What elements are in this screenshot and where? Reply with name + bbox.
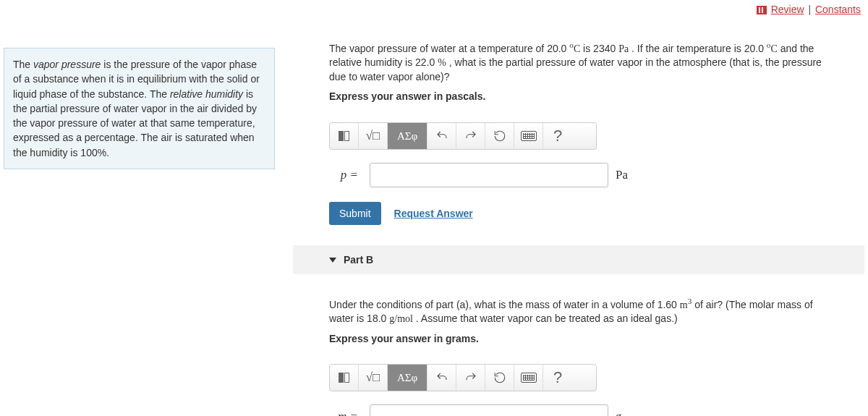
variable-label: m = (329, 409, 358, 416)
answer-input-a[interactable] (370, 163, 608, 187)
keyboard-icon[interactable] (514, 365, 543, 391)
redo-icon[interactable] (456, 123, 485, 149)
constants-link[interactable]: Constants (815, 4, 861, 15)
definition-text: The vapor pressure is the pressure of th… (13, 59, 260, 158)
equation-toolbar-b: √□ ΑΣφ ? (329, 364, 597, 391)
separator: | (808, 4, 811, 15)
root-icon[interactable]: √□ (359, 123, 388, 149)
redo-icon[interactable] (456, 365, 485, 391)
unit-label: Pa (616, 168, 628, 182)
undo-icon[interactable] (427, 365, 456, 391)
format-icon[interactable] (330, 123, 359, 149)
reset-icon[interactable] (485, 365, 514, 391)
root-icon[interactable]: √□ (359, 365, 388, 391)
review-link[interactable]: Review (771, 4, 804, 15)
equation-toolbar: √□ ΑΣφ ? (329, 122, 597, 150)
answer-input-b[interactable] (370, 404, 608, 416)
unit-label: g (616, 409, 622, 416)
help-icon[interactable]: ? (543, 365, 572, 391)
format-icon[interactable] (330, 365, 359, 391)
request-answer-link[interactable]: Request Answer (394, 208, 473, 219)
greek-button[interactable]: ΑΣφ (388, 365, 427, 391)
undo-icon[interactable] (427, 123, 456, 149)
definition-panel: The vapor pressure is the pressure of th… (4, 48, 275, 169)
part-b-label: Part B (344, 254, 373, 266)
help-icon[interactable]: ? (543, 123, 572, 149)
reset-icon[interactable] (485, 123, 514, 149)
part-b-prompt: Under the conditions of part (a), what i… (293, 274, 864, 353)
chevron-down-icon (329, 258, 336, 263)
part-a-instruction: Express your answer in pascals. (329, 90, 828, 104)
variable-label: p = (329, 168, 358, 182)
part-b-header[interactable]: Part B (293, 245, 864, 274)
review-icon (757, 6, 767, 14)
greek-button[interactable]: ΑΣφ (388, 123, 427, 149)
part-b-instruction: Express your answer in grams. (329, 332, 828, 347)
part-a-prompt: The vapor pressure of water at a tempera… (293, 18, 864, 111)
submit-button[interactable]: Submit (329, 202, 381, 225)
keyboard-icon[interactable] (514, 123, 543, 149)
